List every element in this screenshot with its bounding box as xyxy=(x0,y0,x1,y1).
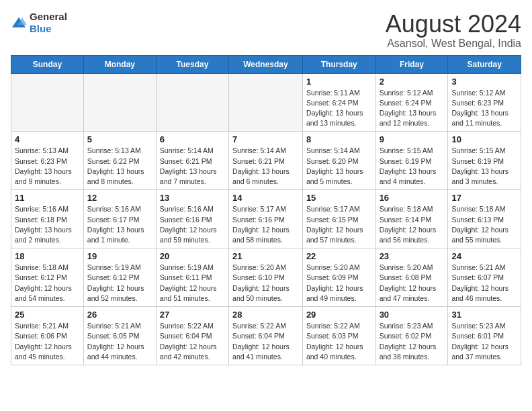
weekday-header-tuesday: Tuesday xyxy=(156,55,228,73)
day-cell: 16Sunrise: 5:18 AMSunset: 6:14 PMDayligh… xyxy=(375,190,448,248)
day-cell: 29Sunrise: 5:22 AMSunset: 6:03 PMDayligh… xyxy=(302,307,375,365)
logo-general: General xyxy=(30,11,67,22)
day-number: 3 xyxy=(451,77,517,87)
week-row-3: 11Sunrise: 5:16 AMSunset: 6:18 PMDayligh… xyxy=(11,190,521,248)
weekday-header-sunday: Sunday xyxy=(11,55,84,73)
day-number: 2 xyxy=(380,77,445,87)
day-info: Sunrise: 5:20 AMSunset: 6:10 PMDaylight:… xyxy=(232,263,299,304)
month-title: August 2024 xyxy=(386,11,521,38)
page-header: General Blue August 2024 Asansol, West B… xyxy=(11,11,521,50)
week-row-5: 25Sunrise: 5:21 AMSunset: 6:06 PMDayligh… xyxy=(11,307,521,365)
day-info: Sunrise: 5:16 AMSunset: 6:16 PMDaylight:… xyxy=(160,204,225,245)
logo-icon xyxy=(11,16,27,30)
logo-text: General Blue xyxy=(30,11,67,35)
day-number: 26 xyxy=(87,310,152,320)
day-info: Sunrise: 5:23 AMSunset: 6:01 PMDaylight:… xyxy=(451,321,517,362)
day-info: Sunrise: 5:14 AMSunset: 6:21 PMDaylight:… xyxy=(232,146,299,187)
day-cell: 10Sunrise: 5:15 AMSunset: 6:19 PMDayligh… xyxy=(448,132,521,190)
day-info: Sunrise: 5:12 AMSunset: 6:23 PMDaylight:… xyxy=(451,88,517,129)
day-info: Sunrise: 5:15 AMSunset: 6:19 PMDaylight:… xyxy=(451,146,517,187)
day-number: 6 xyxy=(160,134,225,144)
day-cell: 31Sunrise: 5:23 AMSunset: 6:01 PMDayligh… xyxy=(448,307,521,365)
day-cell: 12Sunrise: 5:16 AMSunset: 6:17 PMDayligh… xyxy=(83,190,156,248)
day-cell: 21Sunrise: 5:20 AMSunset: 6:10 PMDayligh… xyxy=(229,248,303,307)
day-number: 7 xyxy=(232,134,299,144)
day-info: Sunrise: 5:22 AMSunset: 6:04 PMDaylight:… xyxy=(232,321,299,362)
day-info: Sunrise: 5:12 AMSunset: 6:24 PMDaylight:… xyxy=(380,88,445,129)
weekday-header-friday: Friday xyxy=(375,55,448,73)
day-cell: 5Sunrise: 5:13 AMSunset: 6:22 PMDaylight… xyxy=(83,132,156,190)
day-info: Sunrise: 5:20 AMSunset: 6:08 PMDaylight:… xyxy=(380,263,445,304)
day-number: 25 xyxy=(15,310,80,320)
day-info: Sunrise: 5:21 AMSunset: 6:07 PMDaylight:… xyxy=(451,263,517,304)
day-info: Sunrise: 5:22 AMSunset: 6:03 PMDaylight:… xyxy=(306,321,372,362)
day-number: 29 xyxy=(306,310,372,320)
day-cell: 9Sunrise: 5:15 AMSunset: 6:19 PMDaylight… xyxy=(375,132,448,190)
day-number: 28 xyxy=(232,310,299,320)
day-number: 9 xyxy=(380,134,445,144)
day-number: 22 xyxy=(306,251,372,261)
day-info: Sunrise: 5:21 AMSunset: 6:05 PMDaylight:… xyxy=(87,321,152,362)
week-row-1: 1Sunrise: 5:11 AMSunset: 6:24 PMDaylight… xyxy=(11,73,521,132)
day-info: Sunrise: 5:23 AMSunset: 6:02 PMDaylight:… xyxy=(380,321,445,362)
day-number: 21 xyxy=(232,251,299,261)
day-cell: 2Sunrise: 5:12 AMSunset: 6:24 PMDaylight… xyxy=(375,73,448,132)
day-info: Sunrise: 5:13 AMSunset: 6:22 PMDaylight:… xyxy=(87,146,152,187)
day-info: Sunrise: 5:18 AMSunset: 6:12 PMDaylight:… xyxy=(15,263,80,304)
logo-blue: Blue xyxy=(30,23,52,34)
day-info: Sunrise: 5:11 AMSunset: 6:24 PMDaylight:… xyxy=(306,88,372,129)
day-number: 8 xyxy=(306,134,372,144)
day-cell: 19Sunrise: 5:19 AMSunset: 6:12 PMDayligh… xyxy=(83,248,156,307)
day-cell: 4Sunrise: 5:13 AMSunset: 6:23 PMDaylight… xyxy=(11,132,84,190)
location-title: Asansol, West Bengal, India xyxy=(386,38,521,50)
day-number: 30 xyxy=(380,310,445,320)
day-number: 10 xyxy=(451,134,517,144)
day-cell: 23Sunrise: 5:20 AMSunset: 6:08 PMDayligh… xyxy=(375,248,448,307)
day-info: Sunrise: 5:21 AMSunset: 6:06 PMDaylight:… xyxy=(15,321,80,362)
day-info: Sunrise: 5:20 AMSunset: 6:09 PMDaylight:… xyxy=(306,263,372,304)
day-number: 1 xyxy=(306,77,372,87)
day-cell: 24Sunrise: 5:21 AMSunset: 6:07 PMDayligh… xyxy=(448,248,521,307)
weekday-header-monday: Monday xyxy=(83,55,156,73)
day-number: 18 xyxy=(15,251,80,261)
day-cell: 28Sunrise: 5:22 AMSunset: 6:04 PMDayligh… xyxy=(229,307,303,365)
calendar-table: SundayMondayTuesdayWednesdayThursdayFrid… xyxy=(11,55,521,365)
day-info: Sunrise: 5:18 AMSunset: 6:14 PMDaylight:… xyxy=(380,204,445,245)
logo: General Blue xyxy=(11,11,67,35)
day-number: 13 xyxy=(160,193,225,203)
day-cell: 30Sunrise: 5:23 AMSunset: 6:02 PMDayligh… xyxy=(375,307,448,365)
day-info: Sunrise: 5:14 AMSunset: 6:21 PMDaylight:… xyxy=(160,146,225,187)
day-info: Sunrise: 5:17 AMSunset: 6:15 PMDaylight:… xyxy=(306,204,372,245)
day-info: Sunrise: 5:17 AMSunset: 6:16 PMDaylight:… xyxy=(232,204,299,245)
day-number: 24 xyxy=(451,251,517,261)
day-cell: 26Sunrise: 5:21 AMSunset: 6:05 PMDayligh… xyxy=(83,307,156,365)
day-info: Sunrise: 5:15 AMSunset: 6:19 PMDaylight:… xyxy=(380,146,445,187)
day-cell xyxy=(83,73,156,132)
day-number: 5 xyxy=(87,134,152,144)
day-cell: 11Sunrise: 5:16 AMSunset: 6:18 PMDayligh… xyxy=(11,190,84,248)
weekday-header-thursday: Thursday xyxy=(302,55,375,73)
week-row-4: 18Sunrise: 5:18 AMSunset: 6:12 PMDayligh… xyxy=(11,248,521,307)
day-cell: 18Sunrise: 5:18 AMSunset: 6:12 PMDayligh… xyxy=(11,248,84,307)
day-info: Sunrise: 5:19 AMSunset: 6:12 PMDaylight:… xyxy=(87,263,152,304)
title-area: August 2024 Asansol, West Bengal, India xyxy=(386,11,521,50)
day-cell: 27Sunrise: 5:22 AMSunset: 6:04 PMDayligh… xyxy=(156,307,228,365)
day-cell: 14Sunrise: 5:17 AMSunset: 6:16 PMDayligh… xyxy=(229,190,303,248)
day-number: 27 xyxy=(160,310,225,320)
day-number: 12 xyxy=(87,193,152,203)
day-info: Sunrise: 5:18 AMSunset: 6:13 PMDaylight:… xyxy=(451,204,517,245)
day-cell xyxy=(156,73,228,132)
day-number: 31 xyxy=(451,310,517,320)
day-number: 23 xyxy=(380,251,445,261)
day-info: Sunrise: 5:16 AMSunset: 6:17 PMDaylight:… xyxy=(87,204,152,245)
day-cell: 6Sunrise: 5:14 AMSunset: 6:21 PMDaylight… xyxy=(156,132,228,190)
day-number: 16 xyxy=(380,193,445,203)
weekday-header-wednesday: Wednesday xyxy=(229,55,303,73)
day-cell: 15Sunrise: 5:17 AMSunset: 6:15 PMDayligh… xyxy=(302,190,375,248)
day-cell: 1Sunrise: 5:11 AMSunset: 6:24 PMDaylight… xyxy=(302,73,375,132)
day-cell: 22Sunrise: 5:20 AMSunset: 6:09 PMDayligh… xyxy=(302,248,375,307)
day-cell: 17Sunrise: 5:18 AMSunset: 6:13 PMDayligh… xyxy=(448,190,521,248)
weekday-header-saturday: Saturday xyxy=(448,55,521,73)
day-number: 20 xyxy=(160,251,225,261)
day-cell xyxy=(229,73,303,132)
